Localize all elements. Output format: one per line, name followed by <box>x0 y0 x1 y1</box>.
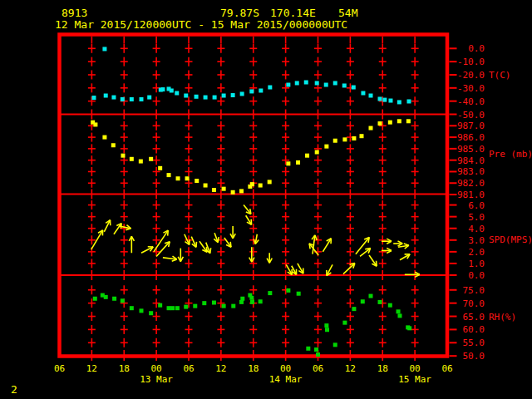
pressure-point <box>93 122 97 126</box>
temperature-point <box>195 95 199 99</box>
pressure-point <box>333 139 337 143</box>
x-hour-label: 00 <box>280 363 291 374</box>
x-hour-label: 18 <box>377 363 388 374</box>
temperature-point <box>91 96 96 100</box>
ytick-label: 55.0 <box>463 337 485 348</box>
ytick-label: 2.0 <box>468 247 485 258</box>
ytick-label: 982.0 <box>457 178 485 189</box>
temperature-point <box>304 81 308 85</box>
temperature-point <box>184 94 188 98</box>
temperature-point <box>286 83 290 87</box>
pressure-point <box>185 176 190 180</box>
wind-arrow-head <box>315 235 317 240</box>
x-hour-label: 06 <box>54 363 65 374</box>
relative-humidity-point <box>316 352 320 357</box>
ytick-label: 50.0 <box>463 351 485 362</box>
pressure-point <box>102 135 106 140</box>
temperature-point <box>104 94 108 98</box>
x-hour-label: 06 <box>183 363 194 374</box>
relative-humidity-point <box>407 326 411 330</box>
ytick-label: 75.0 <box>463 285 485 296</box>
relative-humidity-point <box>104 295 108 299</box>
relative-humidity-point <box>170 306 175 310</box>
temperature-point <box>382 98 387 102</box>
y-axis-title: SPD(MPS) <box>489 234 532 245</box>
x-hour-label: 06 <box>441 363 452 374</box>
pressure-point <box>324 145 328 149</box>
relative-humidity-point <box>158 303 162 308</box>
pressure-point <box>305 154 309 158</box>
x-hour-label: 00 <box>410 363 421 374</box>
pressure-point <box>176 176 180 180</box>
relative-humidity-point <box>314 347 318 352</box>
pressure-point <box>268 180 272 184</box>
pressure-point <box>167 173 171 177</box>
temperature-point <box>361 91 365 95</box>
ytick-label: 985.0 <box>457 144 485 155</box>
temperature-point <box>240 91 244 96</box>
relative-humidity-point <box>268 291 272 295</box>
ytick-label: 984.0 <box>457 155 485 166</box>
ytick-label: 983.0 <box>457 166 485 177</box>
relative-humidity-point <box>112 297 116 301</box>
meteogram-screen: 8913 79.87S 170.14E 54M 12 Mar 2015/1200… <box>0 0 532 399</box>
relative-humidity-point <box>397 309 401 313</box>
temperature-point <box>397 100 401 104</box>
wind-arrow-head <box>230 242 231 247</box>
pressure-point <box>149 157 153 161</box>
temperature-point <box>295 81 299 85</box>
y-axis-title: Pre (mb) <box>489 149 532 160</box>
relative-humidity-point <box>397 313 401 318</box>
ytick-label: 65.0 <box>463 312 485 323</box>
x-hour-label: 12 <box>86 363 97 374</box>
wind-arrow-head <box>309 244 310 249</box>
relative-humidity-point <box>388 303 392 308</box>
relative-humidity-point <box>130 306 134 310</box>
ytick-label: -40.0 <box>457 96 485 107</box>
wind-arrow-shaft <box>343 264 355 274</box>
relative-humidity-point <box>202 301 206 305</box>
ytick-label: -20.0 <box>457 70 485 81</box>
x-hour-label: 18 <box>119 363 130 374</box>
pressure-point <box>121 154 125 158</box>
relative-humidity-point <box>249 296 254 300</box>
pressure-point <box>388 121 392 125</box>
ytick-label: 5.0 <box>468 212 485 223</box>
relative-humidity-point <box>250 300 254 304</box>
relative-humidity-point <box>222 304 226 308</box>
ytick-label: -10.0 <box>457 57 485 67</box>
x-date-label: 13 Mar <box>140 374 173 385</box>
x-hour-label: 12 <box>215 363 226 374</box>
ytick-label: 4.0 <box>468 224 485 234</box>
temperature-point <box>160 87 165 91</box>
relative-humidity-point <box>175 306 180 310</box>
relative-humidity-point <box>352 307 356 311</box>
pressure-point <box>130 157 134 161</box>
relative-humidity-point <box>184 305 188 309</box>
relative-humidity-point <box>231 304 235 308</box>
relative-humidity-point <box>324 323 328 328</box>
relative-humidity-point <box>342 321 347 325</box>
temperature-point <box>352 86 356 90</box>
pressure-point <box>296 160 300 165</box>
wind-arrow-head <box>377 261 377 266</box>
temperature-point <box>204 96 208 100</box>
temperature-point <box>249 89 254 93</box>
ytick-label: 6.0 <box>468 200 485 211</box>
ytick-label: 0.0 <box>468 43 485 54</box>
pressure-point <box>342 137 347 141</box>
pressure-point <box>139 160 143 164</box>
relative-humidity-point <box>139 308 143 313</box>
ytick-label: 986.0 <box>457 132 485 143</box>
temperature-point <box>139 97 143 101</box>
ytick-label: 3.0 <box>468 235 485 246</box>
x-date-label: 14 Mar <box>269 374 303 385</box>
meteogram-chart: 0.0-10.0-20.0-30.0-40.0-50.0T(C)987.0986… <box>0 0 532 399</box>
x-hour-label: 00 <box>151 363 162 374</box>
pressure-point <box>212 188 216 192</box>
relative-humidity-point <box>368 294 372 298</box>
wind-arrow-head <box>210 248 211 253</box>
relative-humidity-point <box>167 306 171 310</box>
relative-humidity-point <box>361 299 365 303</box>
pressure-point <box>378 121 382 126</box>
